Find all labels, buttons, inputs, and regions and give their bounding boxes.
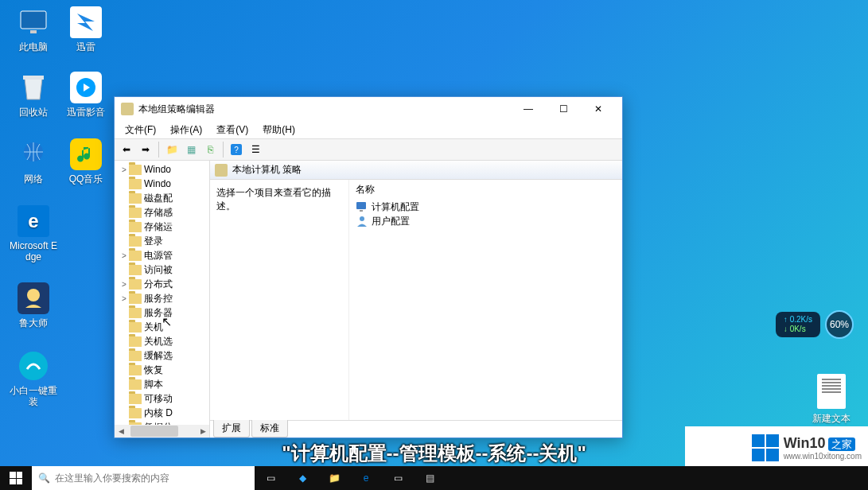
expand-icon[interactable]: > [119,165,129,174]
taskbar-app-4[interactable]: ▭ [382,466,414,490]
tree-item[interactable]: 关机选 [115,334,209,348]
recycle-bin-icon [18,72,49,103]
search-icon: 🔍 [38,472,50,484]
taskbar-app-1[interactable]: ◆ [286,466,318,490]
arrow-left-icon: ⬅ [123,144,130,155]
up-button[interactable]: 📁 [163,141,181,158]
desktop-icon-qqmusic[interactable]: QQ音乐 [62,138,110,185]
taskbar-app-3[interactable]: e [350,466,382,490]
desktop-icon-xunlei-video[interactable]: 迅雷影音 [62,72,110,118]
tree-item-label: 关机选 [144,335,173,348]
menu-view[interactable]: 查看(V) [210,122,255,138]
tree-item-label: 内核 D [144,406,173,420]
desktop-icon-ludashi[interactable]: 鲁大师 [10,282,57,329]
app-icon: ◆ [299,472,306,484]
desktop-icon-xiaobai[interactable]: 小白一键重装 [10,350,57,407]
expand-icon[interactable]: > [119,280,129,289]
tree-item[interactable]: 可移动 [115,391,209,406]
tree-item[interactable]: 磁盘配 [115,191,209,205]
svg-rect-2 [23,76,44,80]
tree-item[interactable]: 服务器 [115,305,209,320]
taskbar: 🔍 ▭ ◆ 📁 e ▭ ▤ [0,466,868,490]
desktop-icon-xunlei[interactable]: 迅雷 [62,6,110,52]
svg-point-5 [27,289,40,301]
tree-item[interactable]: >电源管 [115,248,209,262]
upload-speed: 0.2K/s [790,315,812,324]
export-button[interactable]: ⎘ [201,141,219,158]
search-input[interactable] [55,472,248,484]
watermark-badge: 之家 [828,438,855,451]
tree-item[interactable]: >服务控 [115,291,209,305]
tree-item-label: 磁盘配 [144,192,173,205]
tree-item-label: 服务器 [144,306,173,320]
list-item-user-config[interactable]: 用户配置 [356,214,616,228]
tree-item-label: 缓解选 [144,349,173,363]
tree-item-label: Windo [144,164,171,175]
desktop-icon-edge[interactable]: e Microsoft Edge [10,205,57,262]
properties-icon: ▦ [187,144,196,155]
tree-item[interactable]: 存储感 [115,205,209,220]
maximize-button[interactable]: ☐ [546,98,581,120]
folder-icon [129,336,142,347]
edge-icon: e [18,205,49,237]
task-view-button[interactable]: ▭ [255,466,286,490]
folder-icon [129,365,142,375]
menu-file[interactable]: 文件(F) [119,122,162,138]
close-button[interactable]: ✕ [581,98,616,120]
taskbar-app-2[interactable]: 📁 [318,466,350,490]
tree-item[interactable]: >Windo [115,162,209,177]
desktop-icon-recycle-bin[interactable]: 回收站 [10,72,57,118]
expand-icon[interactable]: > [119,251,129,260]
export-icon: ⎘ [208,144,213,155]
tree-item[interactable]: 关机 [115,320,209,334]
windows-logo-icon [10,472,22,484]
taskbar-app-5[interactable]: ▤ [414,466,446,490]
tree-item[interactable]: 恢复 [115,363,209,377]
help-button[interactable]: ? [228,141,245,158]
back-button[interactable]: ⬅ [118,141,135,158]
content-pane: 本地计算机 策略 选择一个项目来查看它的描述。 名称 计算机配置 用户配置 [210,161,622,438]
computer-config-icon [356,200,368,213]
tree-item[interactable]: Windo [115,177,209,191]
watermark: Win10 之家 www.win10xitong.com [752,434,862,461]
minimize-button[interactable]: — [511,98,546,120]
tree-item[interactable]: 存储运 [115,220,209,234]
desktop-icon-this-pc[interactable]: 此电脑 [10,6,57,52]
folder-icon: 📁 [329,472,341,484]
svg-rect-1 [30,30,37,33]
column-header-name[interactable]: 名称 [356,183,616,196]
tab-extended[interactable]: 扩展 [213,420,250,438]
scroll-right-icon[interactable]: ▶ [197,425,209,438]
net-speed-box: ↑ 0.2K/s ↓ 0K/s [776,312,820,337]
forward-button[interactable]: ➡ [137,141,154,158]
taskview-icon: ▭ [267,472,275,484]
scroll-left-icon[interactable]: ◀ [115,425,127,438]
content-title: 本地计算机 策略 [232,163,302,177]
menu-help[interactable]: 帮助(H) [256,122,302,138]
start-button[interactable] [0,466,32,490]
scroll-thumb[interactable] [130,426,178,437]
horizontal-scrollbar[interactable]: ◀ ▶ [115,425,209,438]
tree-item[interactable]: 访问被 [115,262,209,277]
download-speed: 0K/s [790,325,806,333]
properties-button[interactable]: ▦ [182,141,200,158]
menu-action[interactable]: 操作(A) [164,122,208,138]
search-box[interactable]: 🔍 [32,466,255,490]
tree-item[interactable]: 脚本 [115,377,209,391]
tree-item[interactable]: 登录 [115,234,209,248]
desktop-icon-network[interactable]: 网络 [10,138,57,185]
tree-item-label: 服务控 [144,292,173,305]
network-monitor-widget[interactable]: ↑ 0.2K/s ↓ 0K/s 60% [776,310,854,339]
details-button[interactable]: ☰ [247,141,264,158]
list-item-computer-config[interactable]: 计算机配置 [356,200,616,214]
tree-item[interactable]: 缓解选 [115,348,209,363]
gpedit-icon: ▤ [426,472,434,484]
windows-logo-icon [752,434,779,461]
expand-icon[interactable]: > [119,294,129,303]
tree-item[interactable]: 内核 D [115,406,209,420]
folder-icon [129,179,142,189]
tree-pane[interactable]: >WindoWindo磁盘配存储感存储运登录>电源管访问被>分布式>服务控服务器… [115,161,210,438]
tree-item[interactable]: >分布式 [115,277,209,291]
tab-standard[interactable]: 标准 [251,420,288,438]
titlebar[interactable]: 本地组策略编辑器 — ☐ ✕ [115,97,622,121]
